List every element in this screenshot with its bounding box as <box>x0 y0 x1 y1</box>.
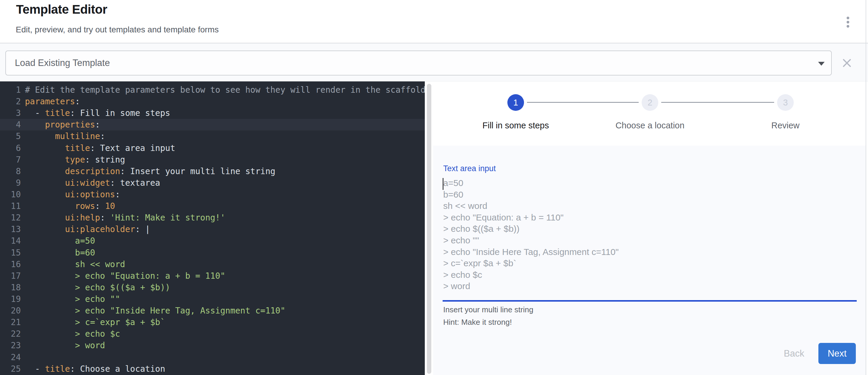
line-number: 10 <box>0 190 21 199</box>
editor-line: 18 > echo $(($a + $b)) <box>0 282 425 293</box>
page-subtitle: Edit, preview, and try out templates and… <box>16 25 219 34</box>
stepper-connector <box>661 102 774 103</box>
line-number: 8 <box>0 166 21 176</box>
editor-line: 4 properties: <box>0 119 425 130</box>
editor-line: 15 b=60 <box>0 247 425 258</box>
code-text: parameters: <box>25 97 80 106</box>
editor-line: 25 - title: Choose a location <box>0 363 425 375</box>
code-text: ui:placeholder: | <box>25 224 150 234</box>
line-number: 2 <box>0 97 21 106</box>
editor-line: 6 title: Text area input <box>0 142 425 154</box>
line-number: 12 <box>0 213 21 223</box>
code-text: properties: <box>25 120 100 130</box>
multiline-textarea[interactable]: a=50 b=60 sh << word > echo "Equation: a… <box>442 175 858 303</box>
line-number: 5 <box>0 131 21 141</box>
stepper-connector <box>527 102 639 103</box>
editor-line: 1# Edit the template parameters below to… <box>0 84 425 96</box>
code-text: > echo $c <box>25 329 120 339</box>
line-number: 1 <box>0 85 21 95</box>
kebab-menu-icon <box>847 25 849 28</box>
code-text: b=60 <box>25 248 95 258</box>
step-number: 3 <box>783 98 788 107</box>
line-number: 13 <box>0 224 21 234</box>
line-number: 4 <box>0 120 21 130</box>
editor-line: 16 sh << word <box>0 258 425 270</box>
editor-line: 22 > echo $c <box>0 328 425 340</box>
select-value: Load Existing Template <box>15 51 110 75</box>
editor-line: 3 - title: Fill in some steps <box>0 107 425 119</box>
line-number: 22 <box>0 329 21 339</box>
editor-lines: 1# Edit the template parameters below to… <box>0 84 425 375</box>
code-text: multiline: <box>25 131 105 141</box>
code-text: > echo "Equation: a + b = 110" <box>25 271 225 281</box>
editor-line: 23 > word <box>0 340 425 351</box>
code-text: - title: Choose a location <box>25 364 165 374</box>
line-number: 21 <box>0 317 21 327</box>
code-text: ui:help: 'Hint: Make it strong!' <box>25 213 225 223</box>
line-number: 11 <box>0 201 21 211</box>
next-button[interactable]: Next <box>818 343 856 364</box>
code-text: # Edit the template parameters below to … <box>25 85 425 95</box>
line-number: 16 <box>0 259 21 269</box>
template-selector-row: Load Existing Template <box>0 43 868 82</box>
form-step-panel: Text area input a=50 b=60 sh << word > e… <box>433 146 866 375</box>
editor-line: 10 ui:options: <box>0 189 425 200</box>
line-number: 19 <box>0 294 21 304</box>
editor-line: 2parameters: <box>0 96 425 107</box>
code-text: description: Insert your multi line stri… <box>25 166 275 176</box>
load-existing-template-select[interactable]: Load Existing Template <box>5 51 832 75</box>
editor-line: 11 rows: 10 <box>0 200 425 212</box>
textarea-placeholder: a=50 b=60 sh << word > echo "Equation: a… <box>443 178 619 292</box>
stepper-step-3-circle: 3 <box>777 94 794 111</box>
code-text: > echo "" <box>25 294 120 304</box>
code-text: sh << word <box>25 259 125 269</box>
line-number: 6 <box>0 143 21 153</box>
editor-line: 24 <box>0 351 425 363</box>
chevron-down-icon <box>818 62 825 66</box>
yaml-code-editor[interactable]: 1# Edit the template parameters below to… <box>0 82 425 375</box>
code-text: ui:options: <box>25 190 120 199</box>
line-number: 7 <box>0 155 21 165</box>
step-number: 1 <box>513 98 518 107</box>
editor-line: 9 ui:widget: textarea <box>0 177 425 189</box>
back-button[interactable]: Back <box>772 345 816 362</box>
field-description: Insert your multi line string <box>443 305 533 314</box>
wizard-stepper: 1 2 3 Fill in some steps Choose a locati… <box>434 82 866 146</box>
line-number: 15 <box>0 248 21 258</box>
editor-line: 13 ui:placeholder: | <box>0 223 425 235</box>
code-text: > word <box>25 341 105 350</box>
line-number: 14 <box>0 236 21 246</box>
page-title: Template Editor <box>16 2 107 17</box>
line-number: 24 <box>0 352 21 362</box>
editor-line: 17 > echo "Equation: a + b = 110" <box>0 270 425 282</box>
step-number: 2 <box>648 98 652 107</box>
stepper-step-2-circle: 2 <box>642 94 658 111</box>
code-text: > c=`expr $a + $b` <box>25 317 165 327</box>
line-number: 18 <box>0 283 21 292</box>
stepper-step-1-circle: 1 <box>507 94 524 111</box>
editor-line: 12 ui:help: 'Hint: Make it strong!' <box>0 212 425 223</box>
stepper-step-2-label: Choose a location <box>591 121 709 130</box>
kebab-menu-icon <box>847 17 849 19</box>
code-text: - title: Fill in some steps <box>25 108 170 118</box>
editor-scrollbar-thumb[interactable] <box>427 84 431 374</box>
kebab-menu-icon <box>847 21 849 24</box>
editor-line: 21 > c=`expr $a + $b` <box>0 316 425 328</box>
editor-line: 7 type: string <box>0 154 425 165</box>
code-text: a=50 <box>25 236 95 246</box>
line-number: 17 <box>0 271 21 281</box>
focused-field-underline <box>443 300 857 302</box>
editor-line: 8 description: Insert your multi line st… <box>0 165 425 177</box>
editor-line: 5 multiline: <box>0 130 425 142</box>
code-text: > echo "Inside Here Tag, Assignment c=11… <box>25 306 285 316</box>
editor-line: 14 a=50 <box>0 235 425 247</box>
editor-line: 20 > echo "Inside Here Tag, Assignment c… <box>0 305 425 316</box>
editor-scrollbar-track <box>425 82 434 375</box>
code-text: rows: 10 <box>25 201 115 211</box>
clear-selection-button[interactable] <box>839 55 855 71</box>
panel-right-border <box>866 0 866 375</box>
more-options-button[interactable] <box>840 14 856 30</box>
editor-line: 19 > echo "" <box>0 293 425 305</box>
code-text: type: string <box>25 155 125 165</box>
code-text: title: Text area input <box>25 143 175 153</box>
